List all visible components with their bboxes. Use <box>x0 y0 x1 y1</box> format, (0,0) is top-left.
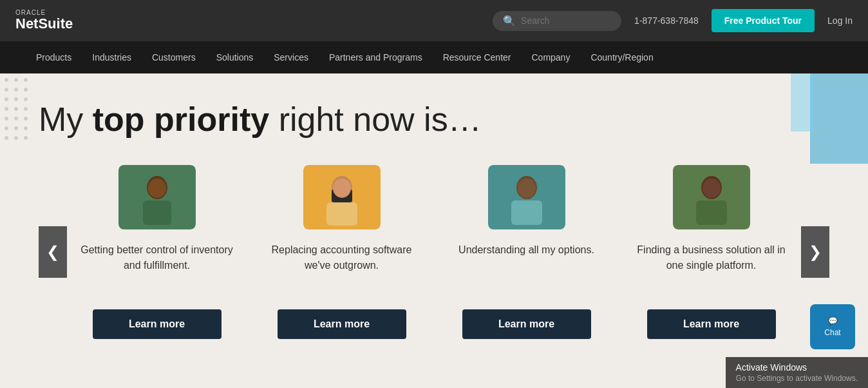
svg-point-12 <box>5 117 8 121</box>
svg-rect-30 <box>326 202 357 226</box>
avatar-green2-svg <box>673 165 750 229</box>
carousel-next-button[interactable]: ❯ <box>801 226 829 278</box>
svg-point-19 <box>14 136 18 140</box>
nav-item-products[interactable]: Products <box>26 41 82 73</box>
svg-point-13 <box>14 117 18 121</box>
avatar-teal-svg <box>488 165 565 229</box>
card-1-learn-more-button[interactable]: Learn more <box>93 309 222 339</box>
svg-point-6 <box>5 97 8 101</box>
avatar-green-svg <box>118 165 196 229</box>
search-input[interactable] <box>521 15 611 26</box>
card-2-image <box>303 165 381 229</box>
nav-item-customers[interactable]: Customers <box>142 41 206 73</box>
card-4-desc: Finding a business solution all in one s… <box>632 242 791 294</box>
svg-point-35 <box>518 179 536 198</box>
card-1-desc: Getting better control of inventory and … <box>77 242 236 294</box>
hero-title: My top priority right now is… <box>39 99 829 139</box>
top-bar: ORACLE NetSuite 🔍 1-877-638-7848 Free Pr… <box>0 0 868 41</box>
card-3-learn-more-button[interactable]: Learn more <box>462 309 591 339</box>
svg-point-31 <box>333 179 351 198</box>
svg-point-17 <box>24 126 28 130</box>
activate-title: Activate Windows <box>736 362 858 370</box>
svg-point-16 <box>14 126 18 130</box>
search-bar[interactable]: 🔍 <box>493 11 621 31</box>
chat-widget[interactable]: 💬 Chat <box>810 304 855 349</box>
title-bold: top priority <box>93 101 269 138</box>
cards-row: Getting better control of inventory and … <box>39 165 829 339</box>
svg-rect-38 <box>696 200 727 225</box>
dots-decoration <box>0 73 52 151</box>
nav-item-solutions[interactable]: Solutions <box>206 41 264 73</box>
nav-item-industries[interactable]: Industries <box>82 41 142 73</box>
chat-icon: 💬 <box>828 316 838 325</box>
svg-rect-34 <box>511 200 542 225</box>
logo: ORACLE NetSuite <box>15 9 73 32</box>
free-tour-button[interactable]: Free Product Tour <box>712 9 815 32</box>
card-1: Getting better control of inventory and … <box>64 165 249 339</box>
avatar-orange-svg <box>303 165 381 229</box>
nav-item-company[interactable]: Company <box>521 41 580 73</box>
svg-point-18 <box>5 136 8 140</box>
right-arrow-icon: ❯ <box>809 243 822 261</box>
card-2-desc: Replacing accounting software we've outg… <box>262 242 421 294</box>
svg-rect-25 <box>143 200 171 225</box>
svg-point-14 <box>24 117 28 121</box>
svg-point-4 <box>14 88 18 92</box>
card-3-desc: Understanding all my options. <box>458 242 594 294</box>
svg-point-9 <box>5 107 8 111</box>
svg-point-10 <box>14 107 18 111</box>
left-arrow-icon: ❮ <box>46 243 59 261</box>
svg-point-7 <box>14 97 18 101</box>
svg-point-8 <box>24 97 28 101</box>
svg-point-1 <box>14 78 18 82</box>
login-button[interactable]: Log In <box>827 15 853 26</box>
svg-point-5 <box>24 88 28 92</box>
main-nav: Products Industries Customers Solutions … <box>0 41 868 73</box>
svg-point-15 <box>5 126 8 130</box>
nav-item-resource[interactable]: Resource Center <box>433 41 522 73</box>
card-2-learn-more-button[interactable]: Learn more <box>278 309 406 339</box>
svg-point-0 <box>5 78 8 82</box>
carousel-prev-button[interactable]: ❮ <box>39 226 67 278</box>
svg-point-11 <box>24 107 28 111</box>
nav-item-country[interactable]: Country/Region <box>580 41 663 73</box>
card-4-image <box>673 165 750 229</box>
card-3: Understanding all my options. Learn more <box>434 165 619 339</box>
phone-number: 1-877-638-7848 <box>634 15 699 26</box>
svg-point-26 <box>148 179 166 198</box>
svg-point-39 <box>703 179 721 198</box>
top-right-area: 🔍 1-877-638-7848 Free Product Tour Log I… <box>493 9 853 32</box>
chat-label: Chat <box>824 328 840 337</box>
blue-decoration <box>791 73 868 164</box>
card-2: Replacing accounting software we've outg… <box>249 165 434 339</box>
nav-item-partners[interactable]: Partners and Programs <box>319 41 433 73</box>
search-icon: 🔍 <box>503 15 516 27</box>
card-3-image <box>488 165 565 229</box>
svg-rect-22 <box>791 73 813 131</box>
svg-point-2 <box>24 78 28 82</box>
windows-activate-overlay: Activate Windows Go to Settings to activ… <box>726 357 868 370</box>
netsuite-label: NetSuite <box>15 16 73 32</box>
carousel-container: ❮ Getting better control of inventory an… <box>39 165 829 339</box>
title-suffix: right now is… <box>269 101 481 138</box>
svg-rect-21 <box>810 73 868 164</box>
svg-point-20 <box>24 136 28 140</box>
card-1-image <box>118 165 196 229</box>
hero-section: My top priority right now is… ❮ Getting <box>0 73 868 370</box>
nav-item-services[interactable]: Services <box>263 41 319 73</box>
svg-point-3 <box>5 88 8 92</box>
card-4: Finding a business solution all in one s… <box>619 165 804 339</box>
card-4-learn-more-button[interactable]: Learn more <box>647 309 776 339</box>
